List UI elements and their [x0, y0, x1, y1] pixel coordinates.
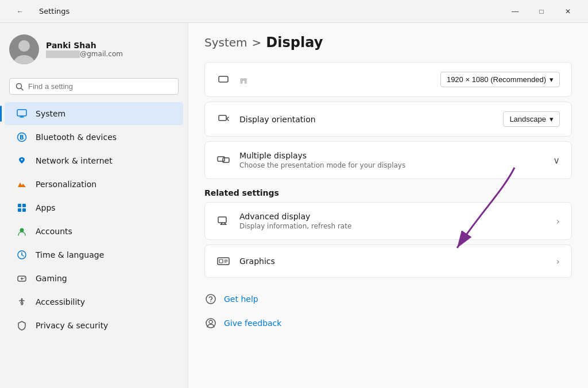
svg-point-1: [18, 40, 30, 52]
sidebar-item-personalization[interactable]: Personalization: [5, 173, 183, 196]
titlebar-controls: — □ ✕: [502, 2, 581, 21]
orientation-icon: [216, 112, 230, 126]
breadcrumb-parent[interactable]: System: [204, 36, 247, 49]
get-help-label[interactable]: Get help: [224, 294, 258, 304]
breadcrumb-current: Display: [266, 34, 323, 51]
multiple-displays-content: Multiple displays Choose the presentatio…: [239, 151, 544, 169]
minimize-button[interactable]: —: [502, 2, 528, 21]
orientation-action[interactable]: Landscape ▾: [503, 111, 560, 127]
graphics-icon: [216, 254, 230, 268]
user-email: ███████@gmail.com: [46, 50, 123, 58]
give-feedback-icon: [204, 317, 217, 329]
sidebar-item-label-gaming: Gaming: [36, 274, 67, 283]
sidebar-item-accounts[interactable]: Accounts: [5, 220, 183, 243]
resolution-action[interactable]: 1920 × 1080 (Recommended) ▾: [440, 72, 560, 87]
search-icon: [16, 83, 24, 91]
search-box[interactable]: [9, 78, 179, 95]
graphics-content: Graphics: [239, 257, 547, 266]
footer-links: Get help Give feedback: [204, 287, 572, 335]
bluetooth-icon: B: [16, 131, 28, 143]
advanced-display-content: Advanced display Display information, re…: [239, 212, 547, 230]
related-settings-heading: Related settings: [204, 188, 572, 197]
resolution-card: ╔╗ 1920 × 1080 (Recommended) ▾: [204, 62, 572, 97]
avatar: [9, 34, 39, 64]
svg-point-40: [210, 301, 211, 302]
maximize-button[interactable]: □: [528, 2, 555, 21]
svg-rect-12: [22, 204, 26, 207]
svg-rect-11: [18, 204, 21, 207]
sidebar-item-privacy[interactable]: Privacy & security: [5, 314, 183, 337]
sidebar-item-label-accounts: Accounts: [36, 227, 72, 236]
resolution-content: ╔╗: [239, 76, 431, 84]
related-settings-container: Advanced display Display information, re…: [204, 202, 572, 278]
titlebar-title: Settings: [39, 7, 69, 15]
sidebar: Panki Shah ███████@gmail.com: [0, 23, 188, 388]
orientation-dropdown[interactable]: Landscape ▾: [503, 111, 560, 127]
multiple-displays-row[interactable]: Multiple displays Choose the presentatio…: [205, 142, 571, 179]
chevron-down-icon: ▾: [550, 115, 554, 123]
svg-rect-13: [18, 208, 21, 212]
graphics-row[interactable]: Graphics ›: [205, 245, 571, 277]
personalization-icon: [16, 179, 28, 190]
resolution-row[interactable]: ╔╗ 1920 × 1080 (Recommended) ▾: [205, 63, 571, 96]
advanced-display-label: Advanced display: [239, 212, 547, 221]
orientation-content: Display orientation: [239, 115, 494, 124]
resolution-dropdown[interactable]: 1920 × 1080 (Recommended) ▾: [440, 72, 560, 87]
search-input[interactable]: [28, 82, 172, 91]
app-container: Panki Shah ███████@gmail.com: [0, 23, 588, 388]
sidebar-item-system[interactable]: System: [5, 102, 183, 125]
svg-rect-35: [219, 259, 223, 263]
system-icon: [16, 108, 28, 119]
advanced-display-row[interactable]: Advanced display Display information, re…: [205, 203, 571, 239]
search-container: [0, 73, 188, 102]
sidebar-item-label-time: Time & language: [36, 250, 104, 259]
advanced-display-card: Advanced display Display information, re…: [204, 202, 572, 240]
give-feedback-label[interactable]: Give feedback: [224, 319, 281, 328]
sidebar-item-network[interactable]: Network & internet: [5, 149, 183, 172]
sidebar-item-gaming[interactable]: Gaming: [5, 267, 183, 290]
sidebar-item-bluetooth[interactable]: B Bluetooth & devices: [5, 126, 183, 149]
user-profile[interactable]: Panki Shah ███████@gmail.com: [0, 23, 188, 73]
get-help-row[interactable]: Get help: [204, 287, 572, 311]
accessibility-icon: [16, 296, 28, 308]
time-icon: [16, 249, 28, 261]
svg-line-4: [21, 88, 24, 90]
titlebar-left: ← Settings: [7, 2, 69, 21]
advanced-display-chevron[interactable]: ›: [556, 216, 560, 227]
display-orientation-card: Display orientation Landscape ▾: [204, 102, 572, 137]
svg-rect-14: [22, 208, 26, 212]
sidebar-item-accessibility[interactable]: Accessibility: [5, 290, 183, 313]
multiple-displays-chevron[interactable]: ∨: [553, 155, 560, 166]
orientation-label: Display orientation: [239, 115, 494, 124]
svg-rect-5: [17, 110, 26, 116]
sidebar-item-time[interactable]: Time & language: [5, 243, 183, 266]
svg-point-22: [23, 278, 24, 279]
svg-point-42: [209, 320, 212, 324]
sidebar-item-label-apps: Apps: [36, 203, 56, 212]
svg-point-10: [21, 159, 23, 161]
svg-rect-30: [218, 217, 226, 223]
svg-rect-26: [219, 115, 226, 121]
sidebar-item-apps[interactable]: Apps: [5, 196, 183, 219]
accounts-icon: [16, 226, 28, 237]
graphics-chevron[interactable]: ›: [556, 256, 560, 267]
graphics-label: Graphics: [239, 257, 547, 266]
sidebar-item-label-privacy: Privacy & security: [36, 321, 108, 330]
main-content: System > Display ╔╗ 1920 × 1080 (Recomme…: [188, 23, 588, 388]
user-info: Panki Shah ███████@gmail.com: [46, 41, 123, 58]
sidebar-item-label-network: Network & internet: [36, 156, 113, 165]
display-orientation-row[interactable]: Display orientation Landscape ▾: [205, 102, 571, 136]
svg-point-23: [24, 277, 25, 278]
back-button[interactable]: ←: [7, 2, 33, 21]
close-button[interactable]: ✕: [555, 2, 581, 21]
sidebar-item-label-bluetooth: Bluetooth & devices: [36, 133, 117, 142]
sidebar-item-label-accessibility: Accessibility: [36, 297, 85, 306]
chevron-right-icon: ›: [556, 256, 560, 267]
sidebar-item-label-personalization: Personalization: [36, 180, 96, 189]
user-name: Panki Shah: [46, 41, 123, 50]
give-feedback-row[interactable]: Give feedback: [204, 311, 572, 335]
svg-point-24: [21, 298, 23, 300]
get-help-icon: [204, 293, 217, 305]
nav-list: System B Bluetooth & devices Network & i…: [0, 102, 188, 337]
chevron-right-icon: ›: [556, 216, 560, 227]
